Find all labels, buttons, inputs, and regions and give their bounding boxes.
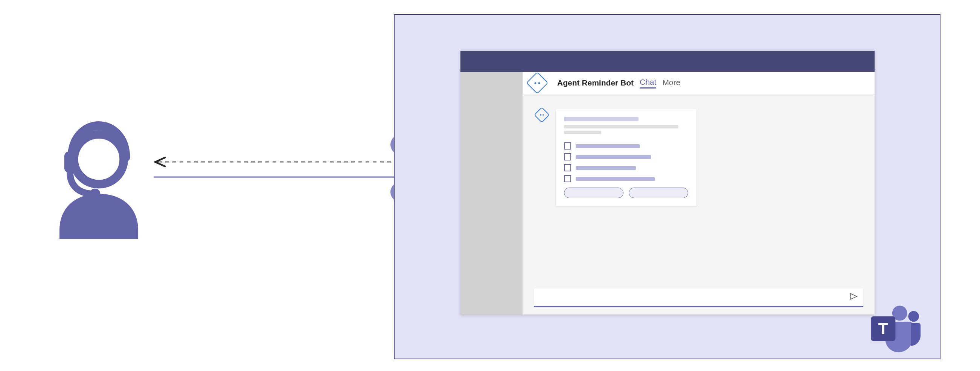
teams-chat-pane: Agent Reminder Bot Chat More	[523, 72, 875, 315]
chat-message-list	[523, 94, 875, 288]
agent-icon	[51, 119, 147, 239]
card-action-button[interactable]	[564, 188, 624, 198]
bot-avatar-small-icon	[534, 109, 548, 124]
checkbox-icon[interactable]	[564, 142, 571, 150]
diagram-stage: 1 2	[0, 0, 980, 371]
send-icon[interactable]	[849, 292, 858, 303]
checklist-item[interactable]	[564, 175, 688, 182]
teams-left-rail	[460, 72, 523, 315]
adaptive-card[interactable]	[556, 109, 697, 206]
chat-header: Agent Reminder Bot Chat More	[523, 72, 875, 94]
svg-point-0	[74, 134, 124, 184]
tab-more[interactable]: More	[662, 78, 680, 88]
teams-app-window: Agent Reminder Bot Chat More	[460, 51, 875, 315]
teams-window-frame: Agent Reminder Bot Chat More	[394, 14, 940, 359]
card-action-button[interactable]	[629, 188, 688, 198]
teams-titlebar	[460, 51, 875, 72]
checklist-item[interactable]	[564, 153, 688, 161]
checkbox-icon[interactable]	[564, 175, 571, 182]
checkbox-icon[interactable]	[564, 164, 571, 171]
chat-title: Agent Reminder Bot	[557, 78, 634, 88]
checklist-item[interactable]	[564, 164, 688, 171]
tab-chat[interactable]: Chat	[640, 78, 656, 89]
svg-point-2	[90, 189, 100, 199]
bot-avatar-icon	[526, 72, 548, 94]
card-text-placeholder	[564, 131, 601, 134]
checkbox-icon[interactable]	[564, 153, 571, 161]
bot-message	[534, 109, 863, 206]
compose-box[interactable]	[534, 288, 863, 307]
svg-point-11	[908, 311, 919, 322]
teams-logo-letter: T	[878, 319, 888, 338]
card-text-placeholder	[564, 125, 678, 129]
checklist-item[interactable]	[564, 142, 688, 150]
card-title-placeholder	[564, 117, 638, 121]
ms-teams-logo-icon: T	[867, 303, 922, 353]
